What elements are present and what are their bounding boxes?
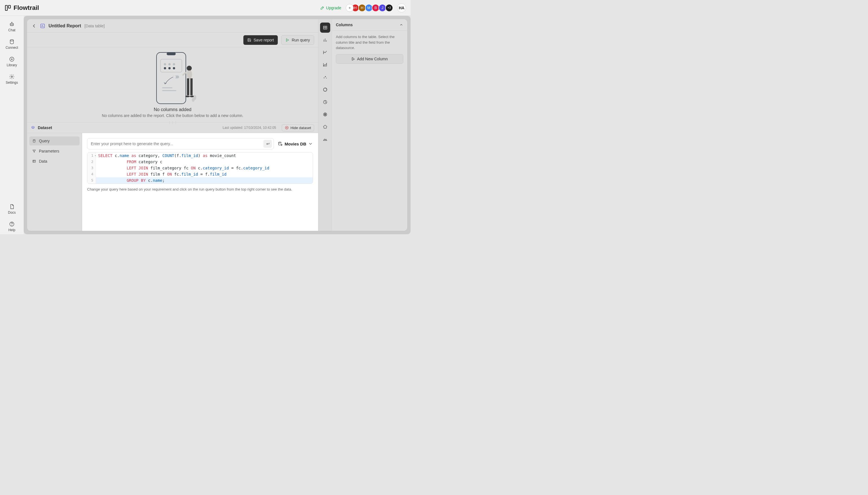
sql-editor[interactable]: 1▾SELECT c.name as category, COUNT(f.fil…: [87, 152, 313, 184]
empty-subtitle: No columns are added to the report. Clic…: [102, 113, 243, 118]
plus-icon: [348, 6, 351, 10]
layers-icon: [31, 126, 35, 130]
tab-parameters[interactable]: Parameters: [29, 147, 80, 156]
svg-point-18: [173, 63, 175, 65]
save-icon: [247, 38, 251, 42]
report-title: Untitled Report: [49, 23, 81, 29]
view-pentagon[interactable]: [320, 122, 330, 132]
svg-rect-28: [190, 79, 193, 95]
code-content: FROM category c: [96, 159, 163, 165]
svg-rect-23: [162, 90, 176, 91]
code-line[interactable]: 2 FROM category c: [87, 159, 313, 165]
columns-header[interactable]: Columns: [332, 19, 407, 31]
nav-connect[interactable]: Connect: [2, 37, 21, 52]
radar-icon: [323, 112, 328, 117]
view-scatter[interactable]: [320, 72, 330, 82]
column-plus-icon: [351, 57, 355, 61]
database-sm-icon: [32, 139, 36, 143]
svg-point-20: [168, 67, 171, 69]
db-selector[interactable]: Movies DB: [278, 141, 313, 146]
app-logo[interactable]: Flowtrail: [4, 4, 39, 12]
svg-point-34: [33, 139, 35, 140]
drag-handle[interactable]: ⋮⋮⋮: [168, 121, 177, 124]
svg-point-37: [281, 144, 282, 146]
code-line[interactable]: 3 LEFT JOIN film_category fc ON c.catego…: [87, 165, 313, 171]
svg-point-39: [323, 78, 324, 79]
svg-point-21: [173, 67, 175, 69]
columns-desc: Add columns to the table. Select the col…: [332, 31, 407, 54]
submit-prompt-button[interactable]: [263, 140, 272, 148]
chart-icon: [40, 23, 45, 29]
svg-rect-27: [187, 79, 189, 95]
empty-illustration: [149, 51, 197, 104]
fold-marker[interactable]: ▾: [95, 153, 96, 159]
leftnav: Chat Connect Library Settings Docs Hel: [0, 16, 24, 234]
svg-point-36: [278, 142, 281, 143]
line-chart-icon: [323, 50, 328, 55]
view-radar[interactable]: [320, 109, 330, 120]
enter-icon: [265, 141, 270, 146]
svg-point-17: [168, 63, 171, 65]
avatars: HHMBJ +3: [346, 4, 393, 12]
svg-point-32: [192, 98, 194, 102]
view-donut[interactable]: [320, 85, 330, 95]
nav-help[interactable]: Help: [2, 219, 21, 234]
close-circle-icon: [285, 126, 289, 130]
avatar-more[interactable]: +3: [385, 4, 393, 12]
view-pie[interactable]: [320, 97, 330, 107]
query-panel: Movies DB 1▾SELECT c.name as category, C…: [82, 133, 318, 231]
svg-point-29: [185, 96, 190, 97]
table-view-icon: [323, 25, 328, 30]
plus-circle-icon: [9, 56, 15, 62]
code-content: LEFT JOIN film_category fc ON c.category…: [96, 165, 269, 171]
code-line[interactable]: 5 GROUP BY c.name;: [87, 177, 313, 184]
view-table[interactable]: [320, 22, 330, 33]
svg-rect-14: [167, 52, 176, 55]
svg-rect-22: [162, 87, 172, 88]
upgrade-link[interactable]: Upgrade: [320, 6, 341, 10]
database-icon: [9, 39, 15, 45]
save-report-button[interactable]: Save report: [243, 35, 278, 45]
prompt-box: [87, 138, 274, 149]
code-line[interactable]: 4 LEFT JOIN film f ON fc.film_id = f.fil…: [87, 171, 313, 177]
svg-point-25: [173, 75, 176, 79]
svg-rect-35: [33, 160, 35, 163]
view-image[interactable]: [320, 134, 330, 144]
code-line[interactable]: 1▾SELECT c.name as category, COUNT(f.fil…: [87, 153, 313, 159]
add-column-button[interactable]: Add New Column: [336, 54, 403, 64]
tab-query[interactable]: Query: [29, 136, 80, 146]
nav-library[interactable]: Library: [2, 54, 21, 69]
bar-chart-icon: [323, 37, 328, 42]
view-line[interactable]: [320, 47, 330, 57]
me-avatar[interactable]: HA: [397, 3, 406, 12]
nav-docs[interactable]: Docs: [2, 202, 21, 217]
svg-rect-47: [352, 57, 353, 60]
svg-point-8: [11, 76, 13, 78]
svg-point-16: [164, 63, 166, 65]
topbar: Flowtrail Upgrade HHMBJ +3 HA: [0, 0, 411, 16]
line-number: 5: [87, 177, 96, 184]
view-area[interactable]: [320, 60, 330, 70]
nav-settings[interactable]: Settings: [2, 72, 21, 87]
svg-marker-12: [287, 39, 289, 41]
view-bar[interactable]: [320, 35, 330, 45]
line-number: 3: [87, 165, 96, 171]
nav-chat[interactable]: Chat: [2, 19, 21, 34]
play-icon: [285, 38, 289, 42]
svg-point-3: [11, 24, 12, 25]
empty-state: No columns added No columns are added to…: [27, 47, 318, 122]
hide-dataset-button[interactable]: Hide dataset: [282, 124, 314, 131]
svg-point-19: [164, 67, 166, 69]
tab-data[interactable]: Data: [29, 157, 80, 166]
svg-point-5: [12, 22, 12, 23]
robot-icon: [9, 21, 15, 27]
prompt-input[interactable]: [91, 141, 263, 146]
back-button[interactable]: [32, 23, 37, 29]
svg-rect-1: [8, 5, 11, 8]
code-content: GROUP BY c.name;: [96, 177, 165, 184]
scatter-icon: [323, 75, 328, 80]
svg-point-40: [325, 76, 326, 77]
run-query-button[interactable]: Run query: [281, 35, 314, 45]
view-strip: [318, 19, 331, 231]
add-user-button[interactable]: [346, 4, 354, 12]
